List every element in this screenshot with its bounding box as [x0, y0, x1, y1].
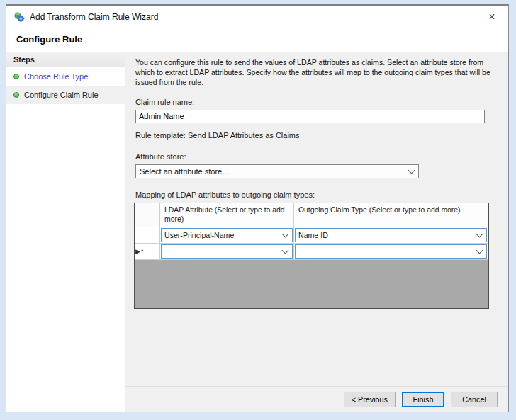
- mapping-grid: LDAP Attribute (Select or type to add mo…: [134, 203, 489, 309]
- outgoing-claim-type-dropdown[interactable]: Name ID: [295, 228, 487, 242]
- claim-rule-name-input[interactable]: [135, 110, 485, 123]
- grid-header-outgoing-claim-type: Outgoing Claim Type (Select or type to a…: [294, 203, 488, 227]
- attribute-store-dropdown[interactable]: Select an attribute store...: [135, 164, 419, 178]
- grid-empty-area: [135, 260, 488, 308]
- sidebar-item-choose-rule-type[interactable]: Choose Rule Type: [6, 67, 125, 86]
- cancel-button[interactable]: Cancel: [451, 392, 498, 407]
- steps-sidebar: Steps Choose Rule Type Configure Claim R…: [6, 52, 125, 412]
- chevron-down-icon: [472, 234, 486, 237]
- step-label: Configure Claim Rule: [24, 91, 99, 99]
- rule-description-text: You can configure this rule to send the …: [135, 58, 503, 88]
- claim-rule-name-label: Claim rule name:: [135, 98, 499, 106]
- table-row: User-Principal-Name Name ID: [135, 227, 488, 244]
- attribute-store-value: Select an attribute store...: [140, 167, 404, 176]
- ldap-attribute-value: User-Principal-Name: [164, 231, 278, 239]
- chevron-down-icon: [472, 250, 486, 253]
- chevron-down-icon: [278, 250, 292, 253]
- table-row-new: ▶*: [135, 244, 488, 260]
- steps-header: Steps: [6, 52, 125, 67]
- content-column: You can configure this rule to send the …: [125, 52, 508, 412]
- grid-header-ldap-attribute: LDAP Attribute (Select or type to add mo…: [160, 203, 294, 227]
- attribute-store-label: Attribute store:: [135, 152, 499, 161]
- ldap-attribute-dropdown[interactable]: [161, 244, 293, 259]
- finish-button[interactable]: Finish: [402, 392, 444, 407]
- previous-button[interactable]: < Previous: [344, 392, 396, 407]
- sidebar-item-configure-claim-rule[interactable]: Configure Claim Rule: [6, 86, 125, 104]
- step-status-dot-icon: [13, 74, 19, 79]
- title-bar: Add Transform Claim Rule Wizard ×: [6, 6, 508, 28]
- new-row-marker-icon[interactable]: ▶*: [135, 244, 160, 260]
- step-status-dot-icon: [13, 92, 19, 98]
- outgoing-claim-type-dropdown[interactable]: [295, 244, 487, 259]
- content-panel: You can configure this rule to send the …: [125, 52, 508, 386]
- window-title: Add Transform Claim Rule Wizard: [30, 12, 483, 22]
- adfs-wizard-icon: [13, 11, 25, 23]
- main-area: Steps Choose Rule Type Configure Claim R…: [6, 52, 508, 412]
- grid-header-row: LDAP Attribute (Select or type to add mo…: [135, 203, 488, 227]
- button-bar: < Previous Finish Cancel: [125, 386, 508, 412]
- close-icon[interactable]: ×: [483, 9, 501, 25]
- row-marker-cell[interactable]: [135, 227, 160, 244]
- mapping-label: Mapping of LDAP attributes to outgoing c…: [135, 191, 499, 199]
- wizard-dialog: Add Transform Claim Rule Wizard × Config…: [6, 4, 509, 412]
- grid-header-marker-cell: [135, 203, 160, 227]
- chevron-down-icon: [404, 170, 418, 173]
- outgoing-claim-type-value: Name ID: [298, 231, 472, 239]
- step-label: Choose Rule Type: [24, 72, 88, 81]
- chevron-down-icon: [278, 234, 292, 237]
- rule-template-text: Rule template: Send LDAP Attributes as C…: [135, 131, 499, 140]
- ldap-attribute-dropdown[interactable]: User-Principal-Name: [161, 228, 293, 242]
- page-title: Configure Rule: [6, 28, 508, 52]
